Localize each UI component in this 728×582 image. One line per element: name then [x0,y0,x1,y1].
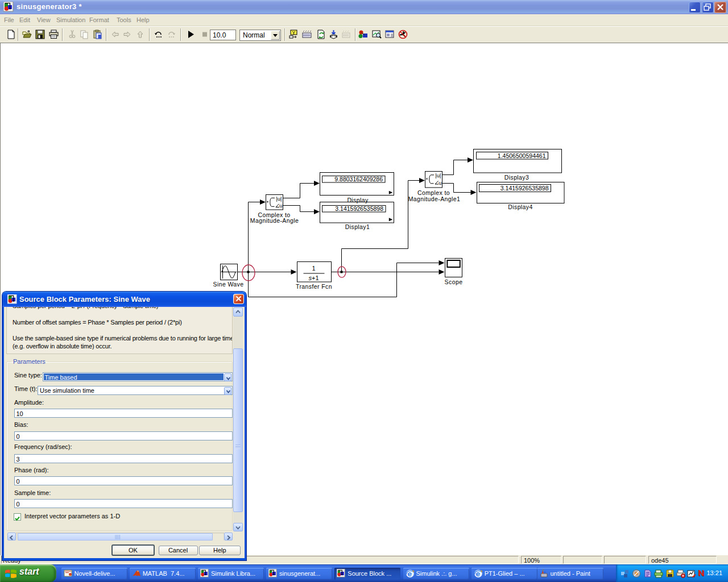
svg-text:Display1: Display1 [345,223,370,230]
svg-text:Display4: Display4 [508,203,532,210]
svg-text:3.1415926535898: 3.1415926535898 [335,205,383,212]
svg-text:u: u [279,202,282,209]
svg-text:1.4506500594461: 1.4506500594461 [498,152,546,159]
svg-text:Magnitude-Angle1: Magnitude-Angle1 [408,196,461,202]
svg-text:|u|: |u| [276,196,282,202]
svg-text:|u|: |u| [435,172,441,178]
svg-text:1: 1 [312,265,315,272]
svg-text:Display3: Display3 [504,174,529,181]
svg-text:Scope: Scope [445,278,463,285]
svg-text:Display: Display [347,197,369,203]
svg-text:Transfer Fcn: Transfer Fcn [296,283,332,290]
svg-text:Magnitude-Angle: Magnitude-Angle [250,217,299,224]
svg-text:Sine Wave: Sine Wave [213,281,244,288]
svg-text:3.1415926535898: 3.1415926535898 [500,185,549,192]
svg-text:u: u [439,180,441,186]
svg-text:s+1: s+1 [308,275,318,281]
svg-text:9.8803162409286: 9.8803162409286 [334,176,383,182]
